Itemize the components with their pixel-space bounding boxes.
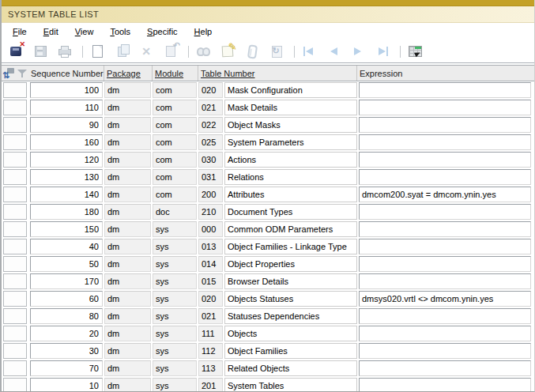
cell-module: sys xyxy=(153,239,197,254)
cell-table-number: 000 xyxy=(198,221,223,237)
cell-expression[interactable] xyxy=(359,169,531,185)
menu-specific[interactable]: Specific xyxy=(147,27,178,36)
row-selector[interactable] xyxy=(3,273,27,289)
cell-expression[interactable] xyxy=(359,82,531,98)
row-selector[interactable] xyxy=(3,343,27,359)
system-table-list-window: SYSTEM TABLE LIST FileEditViewToolsSpeci… xyxy=(0,0,535,392)
cell-sequence-number[interactable]: 110 xyxy=(30,100,103,115)
find-icon[interactable] xyxy=(194,43,213,60)
cell-table-number: 200 xyxy=(198,187,223,202)
cell-sequence-number[interactable]: 140 xyxy=(30,187,103,202)
cell-expression[interactable] xyxy=(359,308,531,324)
cell-expression[interactable] xyxy=(359,378,531,392)
cell-expression[interactable] xyxy=(359,152,531,168)
cell-expression[interactable] xyxy=(359,273,531,289)
cell-expression[interactable]: dmsys020.vrtl <> dmcom.ynin.yes xyxy=(359,291,531,307)
row-selector[interactable] xyxy=(3,117,27,133)
first-record-icon[interactable] xyxy=(300,43,318,60)
cell-sequence-number[interactable]: 80 xyxy=(30,308,103,324)
cell-expression[interactable] xyxy=(359,343,531,359)
menu-tools[interactable]: Tools xyxy=(110,27,130,36)
cell-table-name: System Parameters xyxy=(224,134,357,150)
row-selector[interactable] xyxy=(3,326,27,341)
cell-expression[interactable] xyxy=(359,221,531,237)
row-selector[interactable] xyxy=(3,169,27,185)
row-selector[interactable] xyxy=(3,82,27,98)
table-row: 140dmcom200Attributesdmcom200.syat = dmc… xyxy=(2,186,534,203)
row-selector[interactable] xyxy=(3,152,27,168)
save-icon[interactable] xyxy=(31,43,50,60)
row-selector[interactable] xyxy=(3,256,27,272)
cell-expression[interactable] xyxy=(359,326,531,341)
cell-sequence-number[interactable]: 160 xyxy=(30,134,103,150)
cell-sequence-number[interactable]: 60 xyxy=(30,291,103,307)
delete-icon[interactable] xyxy=(137,43,156,60)
cell-sequence-number[interactable]: 100 xyxy=(30,82,103,98)
cell-expression[interactable] xyxy=(359,239,531,254)
row-selector[interactable] xyxy=(3,221,27,237)
edit-icon[interactable] xyxy=(218,43,237,60)
row-selector[interactable] xyxy=(3,360,27,376)
cell-sequence-number[interactable]: 20 xyxy=(30,326,103,341)
row-selector[interactable] xyxy=(3,308,27,324)
cell-sequence-number[interactable]: 30 xyxy=(30,343,103,359)
exit-icon[interactable] xyxy=(6,43,25,60)
cell-package: dm xyxy=(104,273,151,289)
menu-edit[interactable]: Edit xyxy=(43,27,58,36)
cell-package: dm xyxy=(104,221,151,237)
cell-sequence-number[interactable]: 40 xyxy=(30,239,103,254)
menu-help[interactable]: Help xyxy=(194,27,213,36)
cell-module: sys xyxy=(153,378,197,392)
col-header-table-number[interactable]: Table Number xyxy=(198,66,357,81)
print-icon[interactable] xyxy=(55,43,74,60)
transfer-icon[interactable] xyxy=(3,67,15,79)
cell-module: doc xyxy=(153,204,197,220)
refresh-icon[interactable] xyxy=(267,43,286,60)
cell-package: dm xyxy=(104,326,151,341)
cell-sequence-number[interactable]: 10 xyxy=(30,378,103,392)
grid-export-icon[interactable] xyxy=(405,43,424,60)
filter-icon[interactable] xyxy=(17,68,28,78)
last-record-icon[interactable] xyxy=(373,43,392,60)
row-selector[interactable] xyxy=(3,239,27,254)
cell-sequence-number[interactable]: 130 xyxy=(30,169,103,185)
cell-module: com xyxy=(153,152,197,168)
table-row: 120dmcom030Actions xyxy=(2,151,534,168)
row-selector[interactable] xyxy=(3,187,27,202)
cell-expression[interactable] xyxy=(359,256,531,272)
cell-sequence-number[interactable]: 120 xyxy=(30,152,103,168)
row-selector[interactable] xyxy=(3,378,27,392)
cell-sequence-number[interactable]: 180 xyxy=(30,204,103,220)
cell-sequence-number[interactable]: 150 xyxy=(30,221,103,237)
row-selector[interactable] xyxy=(3,100,27,115)
col-header-package[interactable]: Package xyxy=(104,66,153,81)
table-row: 20dmsys111Objects xyxy=(2,325,534,342)
col-header-module[interactable]: Module xyxy=(153,66,198,81)
copy-icon[interactable] xyxy=(112,43,131,60)
cell-module: com xyxy=(153,117,197,133)
cell-expression[interactable] xyxy=(359,360,531,376)
row-selector[interactable] xyxy=(3,204,27,220)
cell-expression[interactable]: dmcom200.syat = dmcom.ynin.yes xyxy=(359,187,531,202)
cell-sequence-number[interactable]: 70 xyxy=(30,360,103,376)
cell-table-name: Related Objects xyxy=(224,360,357,376)
cell-table-name: Statuses Dependencies xyxy=(224,308,357,324)
previous-record-icon[interactable] xyxy=(324,43,343,60)
cell-expression[interactable] xyxy=(359,134,531,150)
cell-expression[interactable] xyxy=(359,100,531,115)
cell-expression[interactable] xyxy=(359,204,531,220)
cell-table-number: 031 xyxy=(198,169,223,185)
table-row: 180dmdoc210Document Types xyxy=(2,203,534,220)
next-record-icon[interactable] xyxy=(349,43,367,60)
attach-icon[interactable] xyxy=(243,43,262,60)
row-selector[interactable] xyxy=(3,134,27,150)
cell-expression[interactable] xyxy=(359,117,531,133)
revert-icon[interactable] xyxy=(161,43,180,60)
new-icon[interactable] xyxy=(88,43,107,60)
menu-view[interactable]: View xyxy=(75,27,94,36)
cell-sequence-number[interactable]: 170 xyxy=(30,273,103,289)
menu-file[interactable]: File xyxy=(13,27,27,36)
row-selector[interactable] xyxy=(3,291,27,307)
cell-sequence-number[interactable]: 50 xyxy=(30,256,103,272)
cell-sequence-number[interactable]: 90 xyxy=(30,117,103,133)
